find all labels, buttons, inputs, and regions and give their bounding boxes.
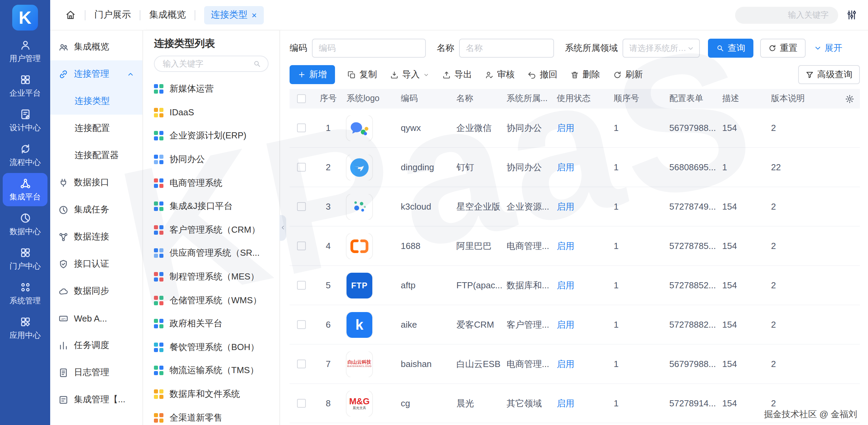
type-search[interactable] — [154, 56, 269, 72]
type-list-item[interactable]: 供应商管理系统（SR... — [143, 242, 279, 265]
code-input[interactable] — [312, 39, 426, 58]
table-row[interactable]: 7白山云科技BAISHANCLOUDbaishan白山云ESB电商管理...启用… — [290, 345, 860, 384]
table-row[interactable]: 2dingding钉钉协同办公启用156808695...122 — [290, 148, 860, 187]
type-item-label: 餐饮管理系统（BOH） — [170, 341, 259, 353]
cell-code: aike — [398, 320, 454, 330]
table-settings-icon[interactable] — [845, 94, 854, 103]
menu-item-connection-configurator[interactable]: 连接配置器 — [50, 142, 142, 169]
app-logo[interactable]: K — [12, 5, 38, 31]
sidebar-item-portal[interactable]: 门户中心 — [3, 242, 47, 275]
cell-form: 57278914... — [667, 398, 719, 408]
row-checkbox[interactable] — [297, 202, 305, 211]
sidebar-item-integration[interactable]: 集成平台 — [3, 173, 47, 206]
menu-item-log-mgmt[interactable]: 日志管理 — [50, 359, 142, 386]
tab-close-icon[interactable]: × — [252, 11, 257, 19]
menu-item-connection-type[interactable]: 连接类型 — [50, 88, 142, 115]
menu-item-interface-auth[interactable]: 接口认证 — [50, 250, 142, 277]
tab-connection-type[interactable]: 连接类型 × — [204, 6, 263, 24]
menu-item-connection-mgmt[interactable]: 连接管理 — [50, 60, 142, 88]
sidebar-item-system[interactable]: 系统管理 — [3, 277, 47, 310]
audit-button[interactable]: 审核 — [485, 69, 515, 81]
global-search-input[interactable] — [735, 6, 838, 23]
menu-item-web-api[interactable]: APIWeb A... — [50, 305, 142, 332]
search-button[interactable]: 查询 — [708, 39, 753, 58]
type-list-item[interactable]: 企业资源计划(ERP) — [143, 124, 279, 148]
type-list-item[interactable]: 协同办公 — [143, 148, 279, 171]
type-list-item[interactable]: 餐饮管理系统（BOH） — [143, 335, 279, 359]
select-all-checkbox[interactable] — [297, 94, 305, 103]
table-row[interactable]: 1qywx企业微信协同办公启用156797988...1542 — [290, 109, 860, 148]
table-row[interactable]: 5FTPaftpFTP(apac...数据库和...启用157278852...… — [290, 266, 860, 305]
clock-icon — [58, 205, 68, 215]
cell-code: cg — [398, 398, 454, 408]
type-list-item[interactable]: 集成&J接口平台 — [143, 195, 279, 218]
type-list-item[interactable]: 全渠道新零售 — [143, 406, 279, 425]
type-search-input[interactable] — [161, 58, 253, 69]
type-list-item[interactable]: 客户管理系统（CRM） — [143, 218, 279, 242]
add-button[interactable]: 新增 — [290, 65, 335, 84]
type-grid-icon — [154, 155, 163, 164]
type-list-item[interactable]: 物流运输系统（TMS） — [143, 359, 279, 382]
row-checkbox[interactable] — [297, 163, 305, 172]
menu-item-integration-mgmt[interactable]: 集成管理【... — [50, 386, 142, 413]
type-list-item[interactable]: 电商管理系统 — [143, 171, 279, 195]
cell-order: 1 — [611, 398, 667, 408]
reset-button[interactable]: 重置 — [760, 39, 806, 58]
sidebar-item-process[interactable]: 流程中心 — [3, 138, 47, 172]
export-button[interactable]: 导出 — [442, 69, 472, 81]
name-input[interactable] — [459, 39, 554, 58]
type-list-item[interactable]: 仓储管理系统（WMS） — [143, 289, 279, 312]
menu-item-data-sync[interactable]: 数据同步 — [50, 277, 142, 305]
sidebar-item-label: 门户中心 — [9, 261, 41, 271]
sidebar-item-design[interactable]: 设计中心 — [3, 104, 47, 137]
panel-collapse-handle[interactable] — [279, 215, 286, 241]
cell-domain: 其它领域 — [504, 397, 554, 409]
type-list-item[interactable]: 制程管理系统（MES） — [143, 265, 279, 289]
type-list-item[interactable]: 政府相关平台 — [143, 312, 279, 335]
menu-item-data-interface[interactable]: 数据接口 — [50, 169, 142, 196]
menu-item-label: 集成概览 — [74, 41, 109, 53]
cell-status: 启用 — [554, 200, 611, 213]
sidebar-item-user[interactable]: 用户管理 — [3, 35, 47, 68]
topnav-portal-display[interactable]: 门户展示 — [94, 9, 131, 21]
row-checkbox[interactable] — [297, 281, 305, 290]
bars-icon — [58, 340, 68, 350]
sidebar-item-data[interactable]: 数据中心 — [3, 208, 47, 241]
table-row[interactable]: 6kaike爱客CRM客户管理...启用157278882...1542 — [290, 305, 860, 345]
domain-select[interactable]: 请选择系统所属... — [623, 39, 700, 58]
menu-item-connection-config[interactable]: 连接配置 — [50, 115, 142, 142]
sidebar-item-apps[interactable]: 应用中心 — [3, 311, 47, 345]
row-checkbox[interactable] — [297, 123, 305, 132]
menu-item-integration-task[interactable]: 集成任务 — [50, 196, 142, 223]
cell-code: 1688 — [398, 241, 454, 251]
row-checkbox[interactable] — [297, 399, 305, 408]
expand-link[interactable]: 展开 — [814, 42, 842, 54]
menu-item-overview[interactable]: 集成概览 — [50, 33, 142, 60]
table-row[interactable]: 3k3cloud星空企业版企业资源...启用157278749...1542 — [290, 187, 860, 227]
type-grid-icon — [154, 413, 163, 422]
type-list-item[interactable]: 数据库和文件系统 — [143, 382, 279, 406]
filter-sliders-icon[interactable] — [846, 9, 857, 20]
cell-status: 启用 — [554, 161, 611, 173]
sidebar-item-enterprise[interactable]: 企业平台 — [3, 69, 47, 102]
column-header-code: 编码 — [398, 93, 454, 104]
cell-no: 8 — [313, 398, 344, 408]
row-checkbox[interactable] — [297, 242, 305, 250]
withdraw-button[interactable]: 撤回 — [528, 69, 557, 81]
type-list-item[interactable]: IDaaS — [143, 101, 279, 124]
menu-item-data-connection[interactable]: 数据连接 — [50, 223, 142, 250]
delete-button[interactable]: 删除 — [570, 69, 600, 81]
import-button[interactable]: 导入 — [390, 69, 429, 81]
topnav-integration-overview[interactable]: 集成概览 — [149, 9, 186, 21]
home-icon[interactable] — [65, 9, 76, 20]
toolbar: 新增 复制 导入 导出 — [290, 64, 860, 85]
row-checkbox[interactable] — [297, 360, 305, 368]
cell-logo: 白山云科技BAISHANCLOUD — [344, 351, 398, 377]
refresh-button[interactable]: 刷新 — [613, 69, 643, 81]
menu-item-task-schedule[interactable]: 任务调度 — [50, 332, 142, 359]
advanced-search-button[interactable]: 高级查询 — [798, 65, 860, 84]
table-row[interactable]: 41688阿里巴巴电商管理...启用157278785...1542 — [290, 227, 860, 266]
row-checkbox[interactable] — [297, 320, 305, 329]
copy-button[interactable]: 复制 — [347, 69, 377, 81]
type-list-item[interactable]: 新媒体运营 — [143, 77, 279, 101]
